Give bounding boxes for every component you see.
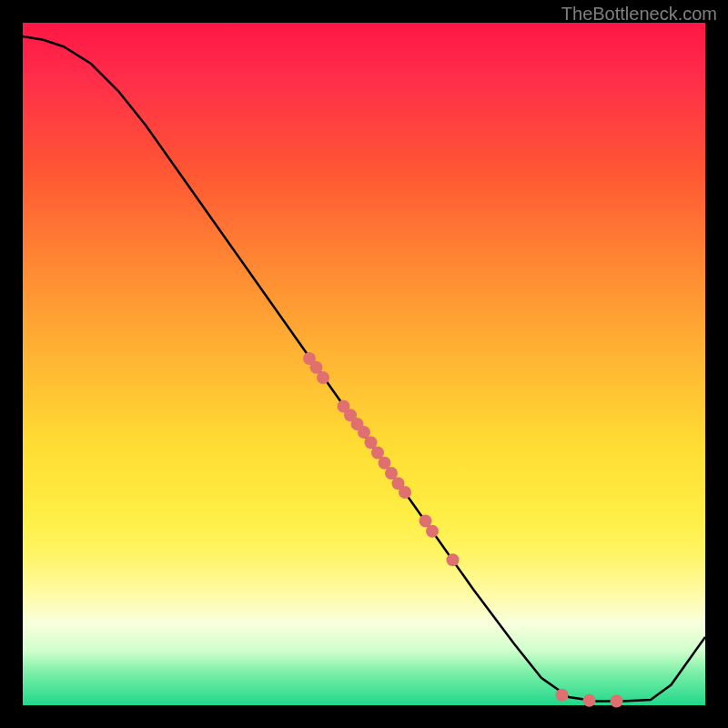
chart-marker xyxy=(426,525,439,538)
chart-marker xyxy=(583,694,596,707)
watermark-text: TheBottleneck.com xyxy=(561,4,717,25)
chart-marker xyxy=(399,486,411,499)
chart-curve xyxy=(23,36,705,702)
chart-marker xyxy=(611,695,623,708)
chart-markers xyxy=(303,352,623,708)
chart-marker xyxy=(556,689,569,702)
chart-marker xyxy=(447,553,460,566)
chart-svg-layer xyxy=(23,23,705,705)
chart-plot-area xyxy=(23,23,705,705)
chart-marker xyxy=(317,371,329,384)
